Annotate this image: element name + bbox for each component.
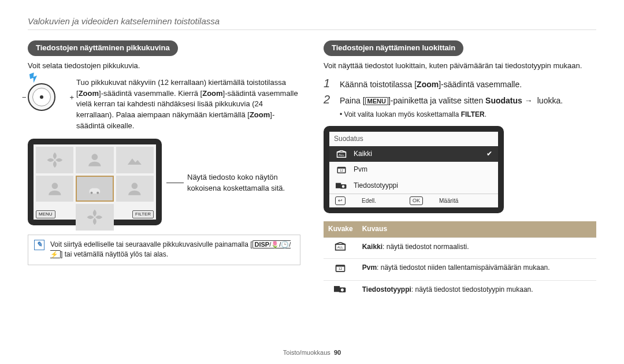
sub-bullet: Voit valita luokan myös koskettamalla FI… [340,110,596,120]
arrow-icon: → [522,96,535,105]
flash-icon [27,70,42,85]
left-column: Tiedostojen näyttäminen pikkukuvina Voit… [28,40,300,302]
thumbnail [116,147,154,173]
term: Kaikki [362,243,382,251]
camera-thumbnail-screen: MENU FILTER [28,139,162,225]
icon-cell-all: ALL [324,237,358,258]
callout-text: Näytä tiedosto koko näytön kokoisena kos… [187,172,297,194]
steps-list: Käännä toistotilassa [Zoom]-säädintä vas… [324,77,596,107]
thumbnail-grid [36,147,154,207]
term: Pvm [362,263,377,272]
filter-title: Suodatus [329,132,498,146]
main-columns: Tiedostojen näyttäminen pikkukuvina Voit… [28,40,596,302]
t: Voit valita luokan myös koskettamalla [344,110,461,118]
filter-chip: FILTER [132,210,154,218]
dial-row: − + Tuo pikkukuvat näkyviin (12 kerralla… [28,77,300,132]
section-pill-categories: Tiedostojen näyttäminen luokittain [324,40,463,56]
svg-point-17 [341,289,344,292]
t: luokka. [535,96,563,105]
filter-label: FILTER [461,110,485,118]
menu-key: MENU [365,97,388,105]
svg-point-0 [91,191,93,194]
callout-leader [166,183,184,183]
note-icon: ✎ [34,240,44,250]
table-row: 12 Pvm: näytä tiedostot niiden tallentam… [324,259,596,281]
t: . [485,110,486,118]
note-box: ✎ Voit siirtyä edelliselle tai seuraaval… [28,235,300,265]
filetype-icon [335,182,348,190]
right-intro: Voit näyttää tiedostot luokittain, kuten… [324,61,596,72]
set-label: Määritä [439,197,458,206]
filter-bottom-bar: ↩ Edell. OK Määritä [329,194,498,207]
t: ] tai vetämällä näyttöä ylös tai alas. [61,250,168,258]
th-desc: Kuvaus [358,221,596,237]
svg-point-9 [342,185,345,188]
zoom-label: Zoom [202,89,222,98]
icon-cell-date: 12 [324,259,358,281]
svg-text:ALL: ALL [337,246,344,249]
svg-text:12: 12 [340,169,343,172]
minus-label: − [22,92,27,103]
filter-row-all: ALL Kaikki ✔ [329,146,498,162]
ok-chip: OK [410,196,423,205]
page-footer: Toisto/muokkaus 90 [0,349,624,356]
term: Tiedostotyyppi [362,285,411,294]
t: DISP [255,241,270,248]
zoom-label: Zoom [79,89,99,98]
svg-text:12: 12 [339,267,342,270]
desc-cell: Kaikki: näytä tiedostot normaalisti. [358,237,596,258]
svg-point-1 [96,191,99,194]
filter-row-label: Pvm [354,165,367,174]
filter-row-label: Kaikki [354,149,372,159]
calendar-icon: 12 [335,165,348,174]
t: Käännä toistotilassa [ [340,80,417,89]
left-intro: Voit selata tiedostojen pikkukuvia. [28,61,300,72]
thumbnail [36,147,73,173]
t: Paina [ [340,96,365,105]
screen-bottom-bar: MENU FILTER [36,210,154,218]
back-icon: ↩ [335,196,346,205]
filter-row-type: Tiedostotyyppi [329,178,498,194]
check-icon: ✔ [486,149,492,159]
dial-paragraph: Tuo pikkukuvat näkyviin (12 kerrallaan) … [76,77,300,132]
th-icon: Kuvake [324,221,358,237]
plus-label: + [69,92,74,103]
table-row: Tiedostotyyppi: näytä tiedostot tiedosto… [324,281,596,302]
table-row: ALL Kaikki: näytä tiedostot normaalisti. [324,237,596,258]
t: ]-säädintä vasemmalle. [439,80,522,89]
filter-row-date: 12 Pvm [329,162,498,177]
filter-row-label: Tiedostotyyppi [354,181,398,191]
all-icon: ALL [335,150,348,158]
thumbnail [36,176,73,202]
t: ]-säädintä vasemmalle. Kierrä [ [99,89,202,98]
step-1: Käännä toistotilassa [Zoom]-säädintä vas… [324,77,596,90]
footer-section: Toisto/muokkaus [283,349,330,356]
note-text: Voit siirtyä edelliselle tai seuraavalle… [50,240,294,260]
t: : näytä tiedostot tiedostotyypin mukaan. [411,285,533,294]
suodatus-term: Suodatus [485,96,522,105]
thumbnail [76,147,113,173]
t: ]-painiketta ja valitse sitten [388,96,485,105]
filter-menu-screen: Suodatus ALL Kaikki ✔ 12 Pvm Tiedostotyy… [324,126,504,214]
zoom-dial: − + [28,77,68,132]
right-column: Tiedostojen näyttäminen luokittain Voit … [324,40,596,302]
footer-page: 90 [334,349,341,356]
dial-icon [28,83,55,111]
thumbnail-selected [76,176,113,202]
t: : näytä tiedostot niiden tallentamispäiv… [377,263,550,272]
t: : näytä tiedostot normaalisti. [382,243,469,251]
desc-cell: Pvm: näytä tiedostot niiden tallentamisp… [358,259,596,281]
desc-cell: Tiedostotyyppi: näytä tiedostot tiedosto… [358,281,596,302]
menu-chip: MENU [36,210,55,218]
page-header: Valokuvien ja videoiden katseleminen toi… [28,16,596,30]
step-2: Paina [MENU]-painiketta ja valitse sitte… [324,94,596,106]
thumbnail [116,176,154,202]
icon-cell-type [324,281,358,302]
zoom-label: Zoom [250,110,270,119]
t: Voit siirtyä edelliselle tai seuraavalle… [50,240,252,248]
table-header-row: Kuvake Kuvaus [324,221,596,237]
section-pill-thumbnails: Tiedostojen näyttäminen pikkukuvina [28,40,178,56]
svg-text:ALL: ALL [339,153,344,157]
zoom-label: Zoom [417,80,439,89]
description-table: Kuvake Kuvaus ALL Kaikki: näytä tiedosto… [324,221,596,302]
